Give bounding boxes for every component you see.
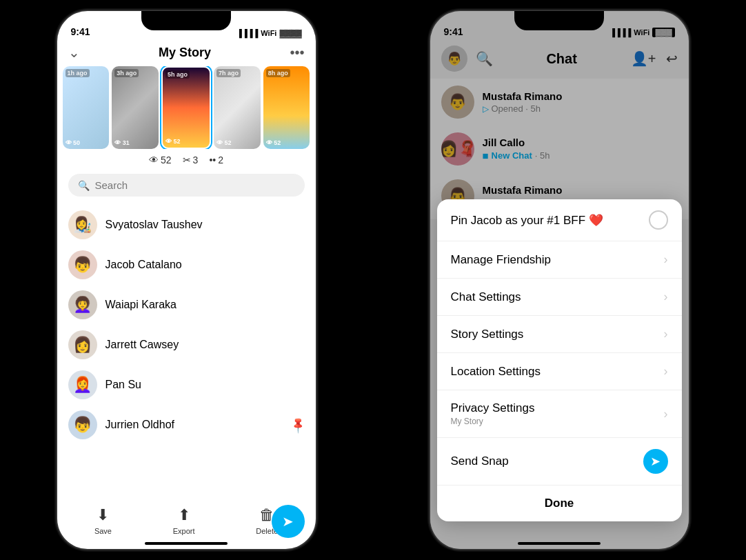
location-settings-label: Location Settings [451, 365, 541, 379]
thumb-3[interactable]: 5h ago 👁 52 [161, 66, 211, 149]
screenshot-stat: ✂ 3 [183, 154, 199, 166]
thumb-label-2: 3h ago [114, 69, 139, 77]
send-snap-button[interactable]: ➤ [643, 449, 668, 474]
friend-name: Jarrett Cawsey [105, 339, 305, 351]
avatar: 👦 [68, 410, 97, 439]
story-thumbnails: 1h ago 👁 50 3h ago 👁 31 5h ago 👁 52 7h a… [57, 66, 316, 149]
list-item[interactable]: 👩‍🦰 Meg Rigden [57, 445, 316, 448]
pin-label: Pin Jacob as your #1 BFF ❤️ [451, 213, 603, 228]
list-item[interactable]: 👦 Jurrien Oldhof 📌 [57, 405, 316, 445]
thumb-4[interactable]: 7h ago 👁 52 [214, 66, 261, 149]
thumb-views-5: 👁 52 [266, 139, 281, 146]
avatar: 👩‍🦰 [68, 370, 97, 399]
location-settings-item[interactable]: Location Settings › [437, 353, 682, 390]
manage-friendship-item[interactable]: Manage Friendship › [437, 241, 682, 279]
friend-name: Svyatoslav Taushev [105, 219, 305, 231]
chevron-icon: › [664, 252, 668, 267]
save-icon: ⬇ [97, 506, 109, 524]
right-phone: 9:41 ▐▐▐▐ WiFi ▓▓▓ 👨 🔍 Chat 👤+ ↩ 👨 Musta… [372, 0, 746, 560]
send-snap-icon: ➤ [650, 454, 661, 469]
story-title: My Story [159, 46, 211, 60]
list-item[interactable]: 👦 Jacob Catalano [57, 245, 316, 285]
chat-settings-label: Chat Settings [451, 290, 521, 304]
privacy-settings-info: Privacy Settings My Story [451, 401, 535, 426]
story-header: ⌄ My Story ••• [57, 41, 316, 66]
thumb-label-1: 1h ago [65, 69, 90, 77]
export-icon: ⬆ [178, 506, 190, 524]
notch-left [141, 11, 231, 30]
privacy-settings-item[interactable]: Privacy Settings My Story › [437, 390, 682, 438]
story-stats: 👁 52 ✂ 3 •• 2 [57, 149, 316, 171]
pin-item[interactable]: Pin Jacob as your #1 BFF ❤️ [437, 199, 682, 241]
wifi-icon: WiFi [261, 29, 276, 37]
chevron-icon: › [664, 407, 668, 421]
story-settings-item[interactable]: Story Settings › [437, 316, 682, 353]
thumb-5[interactable]: 8h ago 👁 52 [263, 66, 310, 149]
friend-name: Waiapi Karaka [105, 299, 305, 311]
story-settings-label: Story Settings [451, 328, 524, 341]
list-item[interactable]: 👩‍🦱 Waiapi Karaka [57, 285, 316, 325]
manage-friendship-label: Manage Friendship [451, 253, 552, 267]
avatar: 👩 [68, 330, 97, 359]
action-sheet: Pin Jacob as your #1 BFF ❤️ Manage Frien… [437, 199, 682, 521]
battery-icon: ▓▓▓▓ [279, 29, 301, 37]
avatar: 👩‍🦱 [68, 290, 97, 319]
status-time-left: 9:41 [71, 26, 90, 37]
thumb-1[interactable]: 1h ago 👁 50 [63, 66, 110, 149]
friend-name: Jacob Catalano [105, 259, 305, 271]
thumb-views-1: 👁 50 [65, 139, 81, 146]
thumb-views-2: 👁 31 [114, 139, 130, 146]
left-phone: 9:41 ▐▐▐▐ WiFi ▓▓▓▓ ⌄ My Story ••• 1h ag… [0, 0, 372, 560]
save-label: Save [94, 527, 112, 535]
more-button[interactable]: ••• [290, 45, 304, 61]
pin-icon: 📌 [288, 415, 308, 434]
friends-list: 👩‍🎨 Svyatoslav Taushev 👦 Jacob Catalano … [57, 199, 316, 448]
send-fab-left[interactable]: ➤ [272, 505, 305, 538]
friend-name: Pan Su [105, 379, 305, 391]
pin-circle [649, 210, 668, 230]
list-item[interactable]: 👩 Jarrett Cawsey [57, 325, 316, 365]
status-icons-right: ▐▐▐▐ WiFi ▓▓▓▓ [236, 29, 301, 37]
thumb-label-5: 8h ago [266, 69, 290, 77]
export-label: Export [173, 527, 195, 535]
list-item[interactable]: 👩‍🎨 Svyatoslav Taushev [57, 205, 316, 245]
send-snap-item[interactable]: Send Snap ➤ [437, 438, 682, 485]
search-icon: 🔍 [78, 180, 90, 191]
chat-settings-item[interactable]: Chat Settings › [437, 279, 682, 316]
done-button[interactable]: Done [437, 485, 682, 521]
privacy-settings-sublabel: My Story [451, 417, 535, 426]
phone-frame-right: 9:41 ▐▐▐▐ WiFi ▓▓▓ 👨 🔍 Chat 👤+ ↩ 👨 Musta… [430, 11, 689, 549]
thumb-views-3: 👁 52 [165, 138, 181, 145]
chevron-icon: › [664, 327, 668, 341]
chevron-icon: › [664, 364, 668, 379]
thumb-label-3: 5h ago [165, 70, 190, 79]
list-item[interactable]: 👩‍🦰 Pan Su [57, 365, 316, 405]
views-stat: 👁 52 [149, 154, 172, 166]
friend-name: Jurrien Oldhof [105, 419, 283, 431]
phone-frame-left: 9:41 ▐▐▐▐ WiFi ▓▓▓▓ ⌄ My Story ••• 1h ag… [57, 11, 316, 549]
send-icon: ➤ [282, 513, 294, 530]
chevron-icon: › [664, 290, 668, 304]
avatar: 👦 [68, 250, 97, 279]
avatar: 👩‍🎨 [68, 210, 97, 239]
save-button[interactable]: ⬇ Save [94, 506, 112, 535]
search-input[interactable] [95, 179, 295, 191]
thumb-views-4: 👁 52 [216, 139, 232, 146]
dot-stat: •• 2 [209, 154, 223, 166]
signal-icon: ▐▐▐▐ [236, 29, 258, 37]
send-snap-label: Send Snap [451, 454, 509, 468]
privacy-settings-label: Privacy Settings [451, 401, 535, 415]
search-bar[interactable]: 🔍 [68, 174, 305, 197]
export-button[interactable]: ⬆ Export [173, 506, 195, 535]
home-indicator [145, 542, 228, 545]
back-button[interactable]: ⌄ [68, 44, 80, 61]
thumb-label-4: 7h ago [216, 69, 241, 77]
thumb-2[interactable]: 3h ago 👁 31 [112, 66, 159, 149]
